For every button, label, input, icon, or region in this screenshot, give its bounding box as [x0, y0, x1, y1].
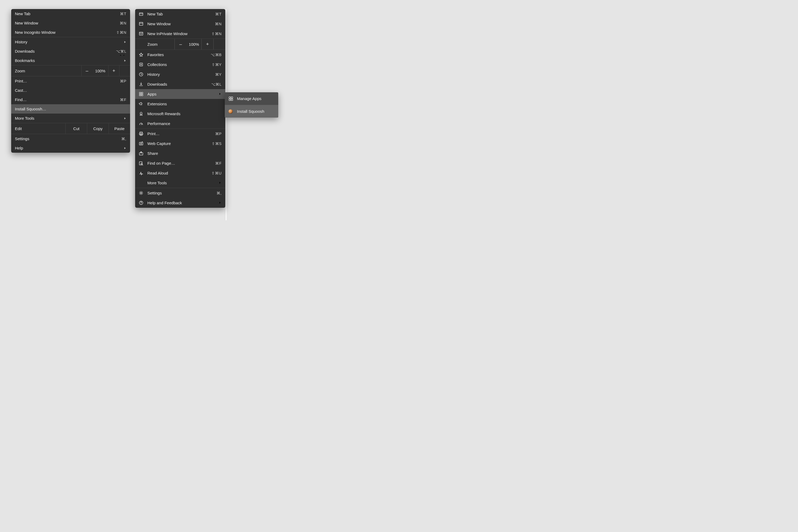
download-icon [138, 82, 144, 87]
menu-item-label: Settings [147, 191, 216, 195]
fullscreen-button[interactable] [119, 65, 130, 76]
menu-item-find[interactable]: Find…⌘F [11, 95, 130, 104]
zoom-row: Zoom – 100% + [135, 39, 225, 50]
menu-item-find-on-page[interactable]: Find on Page…⌘F [135, 158, 225, 168]
svg-rect-1 [139, 22, 142, 25]
shortcut: ⌘Y [215, 72, 222, 77]
svg-rect-0 [139, 13, 142, 15]
chevron-right-icon [124, 40, 126, 44]
shortcut: ⌥⌘B [211, 53, 222, 57]
menu-item-new-inprivate-window[interactable]: New InPrivate Window⇧⌘N [135, 29, 225, 39]
apps-icon [228, 96, 233, 101]
menu-item-label: New InPrivate Window [147, 32, 211, 36]
menu-item-bookmarks[interactable]: Bookmarks [11, 56, 130, 65]
zoom-in-button[interactable]: + [201, 39, 213, 50]
copy-button[interactable]: Copy [87, 123, 109, 134]
zoom-in-button[interactable]: + [108, 65, 119, 76]
menu-item-new-incognito-window[interactable]: New Incognito Window⇧⌘N [11, 28, 130, 37]
find-icon [138, 161, 144, 166]
shortcut: ⌘, [216, 191, 222, 195]
menu-item-read-aloud[interactable]: Read Aloud⇧⌘U [135, 168, 225, 178]
read-icon [138, 171, 144, 175]
menu-item-more-tools[interactable]: More Tools [11, 114, 130, 123]
menu-item-downloads[interactable]: Downloads⌥⌘L [11, 46, 130, 56]
shortcut: ⇧⌘S [212, 141, 222, 146]
menu-item-apps[interactable]: Apps [135, 89, 225, 99]
paste-button[interactable]: Paste [109, 123, 130, 134]
menu-item-microsoft-rewards[interactable]: Microsoft Rewards [135, 109, 225, 119]
menu-item-extensions[interactable]: Extensions [135, 99, 225, 109]
menu-item-new-tab[interactable]: New Tab⌘T [11, 9, 130, 18]
chrome-menu: New Tab⌘T New Window⌘N New Incognito Win… [11, 9, 130, 153]
edit-label: Edit [11, 123, 65, 134]
fullscreen-button[interactable] [213, 39, 225, 50]
chevron-right-icon [218, 92, 222, 96]
svg-rect-20 [229, 97, 231, 98]
submenu-item-manage-apps[interactable]: Manage Apps [225, 92, 278, 105]
menu-item-new-window[interactable]: New Window⌘N [135, 19, 225, 29]
menu-item-new-window[interactable]: New Window⌘N [11, 18, 130, 28]
shortcut: ⌥⌘L [211, 82, 222, 87]
edge-menu: New Tab⌘TNew Window⌘NNew InPrivate Windo… [135, 9, 225, 208]
shortcut: ⇧⌘Y [212, 62, 222, 67]
print-icon [138, 131, 144, 136]
svg-rect-2 [139, 32, 142, 35]
menu-item-install-squoosh[interactable]: Install Squoosh… [11, 104, 130, 114]
window-icon [138, 22, 144, 26]
chevron-right-icon [124, 146, 126, 150]
shortcut: ⌘T [215, 12, 222, 16]
menu-item-settings[interactable]: Settings⌘, [11, 134, 130, 144]
menu-item-help-and-feedback[interactable]: Help and Feedback [135, 198, 225, 208]
menu-item-share[interactable]: Share [135, 148, 225, 158]
menu-item-performance[interactable]: Performance [135, 119, 225, 129]
zoom-out-button[interactable]: – [174, 39, 187, 50]
reward-icon [138, 111, 144, 116]
svg-rect-6 [141, 92, 143, 94]
menu-item-collections[interactable]: Collections⇧⌘Y [135, 60, 225, 70]
menu-item-label: Share [147, 151, 222, 156]
svg-rect-8 [141, 94, 143, 96]
shortcut: ⇧⌘U [211, 171, 222, 175]
apps-icon [138, 92, 144, 96]
menu-item-label: More Tools [147, 180, 218, 185]
menu-item-label: New Window [147, 22, 215, 26]
menu-item-label: Downloads [147, 82, 211, 87]
menu-item-help[interactable]: Help [11, 144, 130, 153]
svg-rect-5 [139, 92, 141, 94]
cut-button[interactable]: Cut [65, 123, 87, 134]
svg-point-18 [140, 192, 142, 194]
tab-icon [138, 12, 144, 16]
zoom-label: Zoom [11, 69, 81, 73]
menu-item-web-capture[interactable]: Web Capture⇧⌘S [135, 138, 225, 148]
menu-item-more-tools[interactable]: More Tools [135, 178, 225, 188]
inprivate-icon [138, 32, 144, 36]
menu-item-favorites[interactable]: Favorites⌥⌘B [135, 50, 225, 60]
menu-item-cast[interactable]: Cast… [11, 86, 130, 95]
star-icon [138, 52, 144, 57]
svg-rect-21 [231, 97, 233, 98]
svg-rect-13 [139, 142, 142, 145]
chevron-right-icon [218, 180, 222, 185]
shortcut: ⌘F [215, 161, 222, 166]
history-icon [138, 72, 144, 77]
menu-item-history[interactable]: History [11, 37, 130, 46]
menu-item-print[interactable]: Print…⌘P [11, 76, 130, 86]
squoosh-icon [228, 109, 233, 114]
menu-item-label: Collections [147, 62, 212, 67]
expand-icon [214, 24, 225, 64]
submenu-item-install-squoosh[interactable]: Install Squoosh [225, 105, 278, 118]
share-icon [138, 151, 144, 156]
svg-rect-11 [139, 133, 142, 135]
menu-item-settings[interactable]: Settings⌘, [135, 188, 225, 198]
menu-item-downloads[interactable]: Downloads⌥⌘L [135, 79, 225, 89]
menu-item-new-tab[interactable]: New Tab⌘T [135, 9, 225, 19]
capture-icon [138, 141, 144, 146]
chevron-right-icon [124, 116, 126, 120]
zoom-out-button[interactable]: – [81, 65, 92, 76]
shortcut: ⌘P [215, 132, 222, 136]
menu-item-label: Performance [147, 121, 222, 126]
menu-item-label: History [147, 72, 215, 77]
perf-icon [138, 121, 144, 126]
menu-item-history[interactable]: History⌘Y [135, 70, 225, 79]
menu-item-print[interactable]: Print…⌘P [135, 129, 225, 138]
